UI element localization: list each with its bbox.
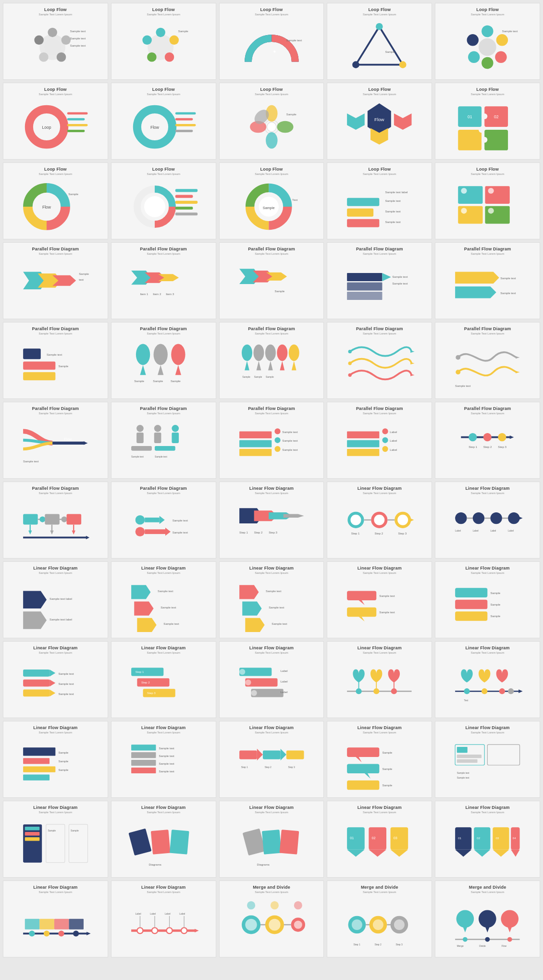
diagram-card[interactable]: Parallel Flow DiagramSample Text Lorem I…: [3, 242, 108, 319]
diagram-card[interactable]: Loop FlowSample Text Lorem Ipsum Flow Sa…: [3, 162, 108, 239]
svg-point-399: [29, 930, 35, 936]
diagram-card[interactable]: Parallel Flow DiagramSample Text Lorem I…: [111, 402, 216, 479]
svg-point-198: [498, 433, 506, 441]
card-title: Linear Flow Diagram: [141, 805, 185, 810]
svg-text:Sample text label: Sample text label: [49, 618, 72, 621]
diagram-card[interactable]: Loop FlowSample Text Lorem Ipsum: [111, 162, 216, 239]
diagram-card[interactable]: Linear Flow DiagramSample Text Lorem Ips…: [435, 721, 540, 798]
svg-point-130: [136, 344, 150, 365]
diagram-card[interactable]: Loop FlowSample Text Lorem Ipsum Flow: [327, 83, 432, 160]
diagram-card[interactable]: Parallel Flow DiagramSample Text Lorem I…: [327, 242, 432, 319]
diagram-card[interactable]: Linear Flow DiagramSample Text Lorem Ips…: [3, 721, 108, 798]
diagram-card[interactable]: Linear Flow DiagramSample Text Lorem Ips…: [327, 801, 432, 878]
svg-point-429: [247, 901, 255, 909]
diagram-card[interactable]: Loop FlowSample Text Lorem Ipsum Sample …: [435, 3, 540, 80]
diagram-card[interactable]: Linear Flow DiagramSample Text Lorem Ips…: [219, 561, 324, 638]
svg-point-32: [467, 34, 479, 46]
svg-point-196: [469, 433, 477, 441]
diagram-card[interactable]: Loop FlowSample Text Lorem Ipsum Sample …: [219, 162, 324, 239]
svg-marker-398: [86, 932, 91, 935]
svg-text:Flow: Flow: [374, 117, 385, 122]
card-title: Loop Flow: [260, 167, 283, 172]
diagram-card[interactable]: Loop FlowSample Text Lorem Ipsum Loop: [3, 83, 108, 160]
diagram-card[interactable]: Merge and DivideSample Text Lorem Ipsum …: [327, 881, 432, 957]
diagram-card[interactable]: Linear Flow DiagramSample Text Lorem Ips…: [327, 641, 432, 718]
card-subtitle: Sample Text Lorem Ipsum: [363, 492, 396, 495]
svg-marker-260: [131, 585, 150, 599]
card-subtitle: Sample Text Lorem Ipsum: [363, 93, 396, 96]
diagram-card[interactable]: Loop FlowSample Text Lorem Ipsum Sample: [111, 3, 216, 80]
svg-point-181: [274, 446, 280, 452]
diagram-visual: Flow Sample text: [6, 417, 105, 475]
card-title: Linear Flow Diagram: [141, 566, 185, 571]
svg-marker-346: [356, 757, 362, 762]
card-title: Linear Flow Diagram: [249, 725, 294, 730]
card-title: Linear Flow Diagram: [249, 566, 294, 571]
diagram-card[interactable]: Linear Flow DiagramSample Text Lorem Ips…: [3, 801, 108, 878]
diagram-card[interactable]: Parallel Flow DiagramSample Text Lorem I…: [219, 242, 324, 319]
card-subtitle: Sample Text Lorem Ipsum: [147, 252, 180, 255]
diagram-card[interactable]: Linear Flow DiagramSample Text Lorem Ips…: [111, 641, 216, 718]
diagram-card[interactable]: Linear Flow DiagramSample Text Lorem Ips…: [327, 482, 432, 558]
diagram-card[interactable]: Linear Flow DiagramSample Text Lorem Ips…: [435, 482, 540, 558]
diagram-card[interactable]: Parallel Flow DiagramSample Text Lorem I…: [219, 322, 324, 399]
diagram-card[interactable]: Parallel Flow DiagramSample Text Lorem I…: [3, 402, 108, 479]
svg-marker-212: [28, 531, 32, 535]
diagram-card[interactable]: Loop FlowSample Text Lorem Ipsum Sample …: [327, 162, 432, 239]
diagram-card[interactable]: Linear Flow DiagramSample Text Lorem Ips…: [111, 881, 216, 957]
diagram-card[interactable]: Linear Flow DiagramSample Text Lorem Ips…: [435, 801, 540, 878]
diagram-card[interactable]: Linear Flow DiagramSample Text Lorem Ips…: [3, 881, 108, 957]
diagram-card[interactable]: Loop FlowSample Text Lorem Ipsum: [435, 162, 540, 239]
diagram-card[interactable]: Loop FlowSample Text Lorem Ipsum ● Sampl…: [219, 3, 324, 80]
diagram-card[interactable]: Parallel Flow DiagramSample Text Lorem I…: [435, 322, 540, 399]
diagram-card[interactable]: Parallel Flow DiagramSample Text Lorem I…: [111, 322, 216, 399]
diagram-card[interactable]: Linear Flow DiagramSample Text Lorem Ips…: [327, 721, 432, 798]
diagram-card[interactable]: Parallel Flow DiagramSample Text Lorem I…: [111, 482, 216, 558]
diagram-card[interactable]: Loop FlowSample Text Lorem Ipsum Flow: [111, 83, 216, 160]
diagram-card[interactable]: Linear Flow DiagramSample Text Lorem Ips…: [435, 561, 540, 638]
diagram-card[interactable]: Linear Flow DiagramSample Text Lorem Ips…: [327, 561, 432, 638]
diagram-card[interactable]: Linear Flow DiagramSample Text Lorem Ips…: [3, 641, 108, 718]
diagram-card[interactable]: Parallel Flow DiagramSample Text Lorem I…: [327, 322, 432, 399]
diagram-card[interactable]: Linear Flow DiagramSample Text Lorem Ips…: [111, 721, 216, 798]
card-subtitle: Sample Text Lorem Ipsum: [39, 412, 73, 415]
svg-text:Label: Label: [280, 690, 287, 694]
svg-marker-267: [242, 601, 261, 615]
diagram-card[interactable]: Loop FlowSample Text Lorem Ipsum Sample: [219, 83, 324, 160]
card-title: Parallel Flow Diagram: [32, 247, 79, 251]
svg-rect-288: [23, 690, 49, 697]
diagram-card[interactable]: Parallel Flow DiagramSample Text Lorem I…: [435, 402, 540, 479]
card-subtitle: Sample Text Lorem Ipsum: [471, 571, 505, 574]
diagram-card[interactable]: Linear Flow DiagramSample Text Lorem Ips…: [219, 641, 324, 718]
diagram-card[interactable]: Parallel Flow DiagramSample Text Lorem I…: [219, 402, 324, 479]
diagram-card[interactable]: Linear Flow DiagramSample Text Lorem Ips…: [219, 801, 324, 878]
diagram-card[interactable]: Loop FlowSample Text Lorem Ipsum Sample: [327, 3, 432, 80]
card-title: Linear Flow Diagram: [141, 885, 185, 890]
diagram-card[interactable]: Linear Flow DiagramSample Text Lorem Ips…: [219, 482, 324, 558]
card-title: Linear Flow Diagram: [141, 725, 185, 730]
diagram-card[interactable]: Linear Flow DiagramSample Text Lorem Ips…: [111, 561, 216, 638]
diagram-card[interactable]: Linear Flow DiagramSample Text Lorem Ips…: [219, 721, 324, 798]
diagram-card[interactable]: Linear Flow DiagramSample Text Lorem Ips…: [3, 561, 108, 638]
diagram-card[interactable]: Parallel Flow DiagramSample Text Lorem I…: [3, 322, 108, 399]
diagram-card[interactable]: Loop FlowSample Text Lorem Ipsum Sample …: [3, 3, 108, 80]
diagram-visual: Sample text Sample text: [438, 736, 537, 794]
diagram-card[interactable]: Parallel Flow DiagramSample Text Lorem I…: [111, 242, 216, 319]
svg-point-320: [508, 688, 514, 694]
diagram-card[interactable]: Parallel Flow DiagramSample Text Lorem I…: [327, 402, 432, 479]
diagram-visual: Step 1 Step 2 Step 3: [114, 656, 213, 715]
diagram-card[interactable]: Parallel Flow DiagramSample Text Lorem I…: [3, 482, 108, 558]
svg-point-190: [383, 446, 388, 452]
diagram-card[interactable]: Linear Flow DiagramSample Text Lorem Ips…: [111, 801, 216, 878]
diagram-card[interactable]: Loop FlowSample Text Lorem Ipsum 01 02: [435, 83, 540, 160]
diagram-card[interactable]: Merge and DivideSample Text Lorem Ipsum: [219, 881, 324, 957]
svg-rect-286: [23, 680, 49, 687]
card-subtitle: Sample Text Lorem Ipsum: [147, 173, 180, 175]
diagram-card[interactable]: Parallel Flow DiagramSample Text Lorem I…: [435, 242, 540, 319]
svg-point-451: [485, 937, 490, 942]
svg-point-28: [496, 34, 508, 46]
diagram-card[interactable]: Merge and DivideSample Text Lorem Ipsum …: [435, 881, 540, 957]
svg-text:Step 3: Step 3: [498, 445, 507, 448]
card-subtitle: Sample Text Lorem Ipsum: [39, 173, 73, 175]
diagram-card[interactable]: Linear Flow DiagramSample Text Lorem Ips…: [435, 641, 540, 718]
